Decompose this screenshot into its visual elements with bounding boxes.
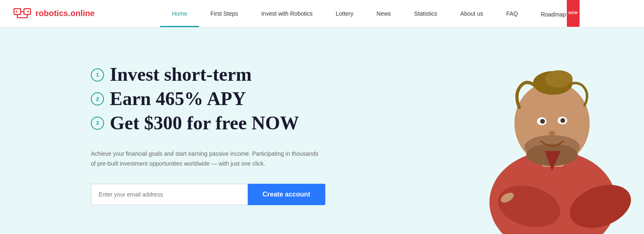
nav-item-faq[interactable]: FAQ <box>495 0 529 27</box>
hero-line-2: 2 Earn 465% APY <box>91 89 372 110</box>
hero-section: 1 Invest short-term 2 Earn 465% APY 3 Ge… <box>0 27 644 234</box>
create-account-button[interactable]: Create account <box>248 184 325 205</box>
nav-item-home[interactable]: Home <box>160 0 199 27</box>
robotics-logo-icon <box>12 5 32 22</box>
nav-item-news[interactable]: News <box>365 0 402 27</box>
roadmap-badge: NEW <box>567 0 580 27</box>
nav-link-lottery[interactable]: Lottery <box>324 0 365 27</box>
logo-tld: .online <box>68 9 95 18</box>
nav-item-statistics[interactable]: Statistics <box>402 0 449 27</box>
hero-number-2: 2 <box>91 92 104 105</box>
hero-heading-1: Invest short-term <box>110 64 252 85</box>
roadmap-label: Roadmap <box>541 11 566 18</box>
hero-heading-2: Earn 465% APY <box>110 89 246 110</box>
nav-item-first-steps[interactable]: First Steps <box>199 0 250 27</box>
hero-number-1: 1 <box>91 68 104 82</box>
svg-point-20 <box>540 119 545 124</box>
hero-heading-3: Get $300 for free NOW <box>110 113 299 134</box>
nav-link-home[interactable]: Home <box>160 0 199 27</box>
nav-link-about[interactable]: About us <box>449 0 495 27</box>
hero-line-1: 1 Invest short-term <box>91 64 372 85</box>
nav-item-about[interactable]: About us <box>449 0 495 27</box>
logo-text: robotics.online <box>36 9 95 18</box>
hero-subtitle: Achieve your financial goals and start e… <box>91 149 322 169</box>
hero-image-area <box>429 27 644 234</box>
hero-content: 1 Invest short-term 2 Earn 465% APY 3 Ge… <box>0 27 372 234</box>
hero-cta: Create account <box>91 184 372 205</box>
nav-item-roadmap[interactable]: RoadmapNEW <box>529 0 591 28</box>
hero-line-3: 3 Get $300 for free NOW <box>91 113 372 134</box>
nav-link-news[interactable]: News <box>365 0 402 27</box>
svg-point-21 <box>560 118 565 123</box>
nav-item-lottery[interactable]: Lottery <box>324 0 365 27</box>
logo-area[interactable]: robotics.online <box>12 5 120 22</box>
svg-point-3 <box>16 11 17 12</box>
navbar: robotics.online Home First Steps Invest … <box>0 0 644 27</box>
logo-brand: robotics <box>36 9 68 18</box>
svg-point-4 <box>27 11 29 12</box>
hero-number-3: 3 <box>91 117 104 130</box>
svg-point-22 <box>549 131 555 136</box>
hero-man-image <box>446 36 644 234</box>
nav-link-statistics[interactable]: Statistics <box>402 0 449 27</box>
nav-links: Home First Steps Invest with Robotics Lo… <box>120 0 632 28</box>
nav-link-faq[interactable]: FAQ <box>495 0 529 27</box>
nav-link-roadmap[interactable]: RoadmapNEW <box>529 0 591 28</box>
nav-link-invest-robotics[interactable]: Invest with Robotics <box>250 0 324 27</box>
nav-item-invest-robotics[interactable]: Invest with Robotics <box>250 0 324 27</box>
email-input[interactable] <box>91 184 248 205</box>
hero-headlines: 1 Invest short-term 2 Earn 465% APY 3 Ge… <box>91 64 372 137</box>
nav-link-first-steps[interactable]: First Steps <box>199 0 250 27</box>
